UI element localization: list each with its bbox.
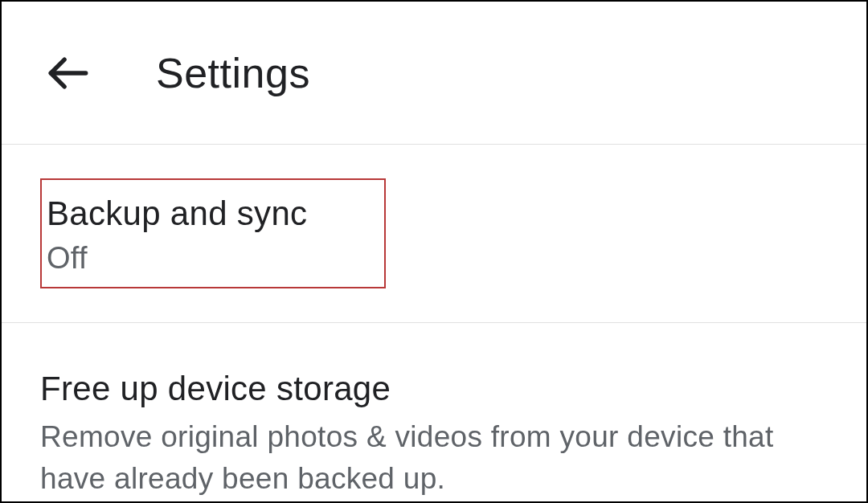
free-up-storage-title: Free up device storage [40,370,828,408]
arrow-back-icon [45,50,92,96]
back-button[interactable] [43,48,93,98]
backup-sync-title: Backup and sync [47,194,365,233]
backup-and-sync-setting[interactable]: Backup and sync Off [2,145,866,323]
free-up-storage-description: Remove original photos & videos from you… [40,416,828,500]
page-title: Settings [156,49,310,97]
free-up-storage-setting[interactable]: Free up device storage Remove original p… [2,323,866,503]
backup-sync-status: Off [47,241,365,276]
settings-header: Settings [2,2,866,145]
highlight-annotation: Backup and sync Off [40,178,386,288]
